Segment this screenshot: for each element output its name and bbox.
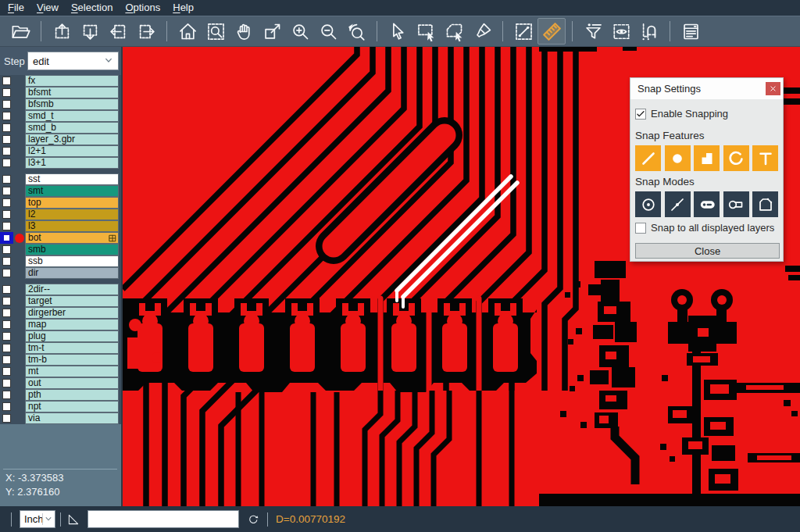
layer-row-plug[interactable]: plug bbox=[0, 330, 121, 342]
select-polygon-button[interactable] bbox=[440, 18, 468, 45]
layer-visibility-checkbox[interactable] bbox=[0, 244, 13, 255]
zoom-window-button[interactable] bbox=[202, 18, 230, 45]
layer-visibility-checkbox[interactable] bbox=[0, 377, 13, 389]
layer-visibility-checkbox[interactable] bbox=[0, 389, 13, 401]
mode-slot-outline-button[interactable] bbox=[723, 191, 749, 217]
layer-row-l3[interactable]: l3 bbox=[0, 220, 121, 232]
highlight-eye-button[interactable] bbox=[607, 18, 635, 45]
layer-row-smt[interactable]: smt bbox=[0, 185, 121, 197]
snap-magnet-button[interactable] bbox=[635, 18, 663, 45]
pan-down-button[interactable] bbox=[76, 18, 104, 45]
layer-visibility-checkbox[interactable] bbox=[0, 122, 13, 134]
menu-file[interactable]: File bbox=[2, 0, 30, 16]
snap-text-button[interactable] bbox=[752, 145, 778, 171]
layer-visibility-checkbox[interactable] bbox=[0, 330, 13, 342]
layer-row-bfsmb[interactable]: bfsmb bbox=[0, 98, 121, 110]
layer-row-mt[interactable]: mt bbox=[0, 366, 121, 377]
report-button[interactable] bbox=[677, 18, 705, 45]
mode-corner-button[interactable] bbox=[752, 191, 778, 217]
layer-visibility-checkbox[interactable] bbox=[0, 197, 13, 209]
layer-visibility-checkbox[interactable] bbox=[0, 98, 13, 110]
enable-snapping-checkbox[interactable] bbox=[635, 109, 646, 120]
snap-polygon-button[interactable] bbox=[694, 145, 720, 171]
layer-row-smb[interactable]: smb bbox=[0, 244, 121, 255]
filter-button[interactable] bbox=[579, 18, 607, 45]
layer-row-fx[interactable]: fx bbox=[0, 75, 121, 87]
snap-pad-button[interactable] bbox=[665, 145, 691, 171]
angle-mode-icon[interactable] bbox=[66, 512, 81, 527]
unit-dropdown[interactable]: Inch bbox=[20, 510, 55, 528]
layer-row-layer_3.gbr[interactable]: layer_3.gbr bbox=[0, 134, 121, 145]
pan-up-button[interactable] bbox=[48, 18, 76, 45]
snap-line-button[interactable] bbox=[635, 145, 661, 171]
layer-visibility-checkbox[interactable] bbox=[0, 232, 13, 244]
layer-visibility-checkbox[interactable] bbox=[0, 354, 13, 366]
zoom-in-button[interactable] bbox=[286, 18, 314, 45]
layer-row-tm-t[interactable]: tm-t bbox=[0, 342, 121, 354]
close-button[interactable]: Close bbox=[635, 243, 780, 259]
layer-row-pth[interactable]: pth bbox=[0, 389, 121, 401]
layer-visibility-checkbox[interactable] bbox=[0, 173, 13, 185]
zoom-out-button[interactable] bbox=[314, 18, 342, 45]
measure-ruler-button[interactable] bbox=[538, 18, 566, 45]
layer-row-ssb[interactable]: ssb bbox=[0, 255, 121, 267]
layer-visibility-checkbox[interactable] bbox=[0, 307, 13, 319]
layer-row-dir[interactable]: dir bbox=[0, 267, 121, 279]
layer-visibility-checkbox[interactable] bbox=[0, 145, 13, 157]
measure-line-button[interactable] bbox=[509, 18, 538, 45]
sync-icon[interactable] bbox=[245, 512, 261, 527]
mode-center-button[interactable] bbox=[635, 191, 661, 217]
menu-view[interactable]: View bbox=[30, 0, 65, 16]
layer-row-dirgerber[interactable]: dirgerber bbox=[0, 307, 121, 319]
layer-row-via[interactable]: via bbox=[0, 412, 121, 424]
zoom-selection-button[interactable] bbox=[258, 18, 286, 45]
menu-options[interactable]: Options bbox=[119, 0, 166, 16]
dialog-title-bar[interactable]: Snap Settings bbox=[630, 78, 783, 99]
mode-slot-filled-button[interactable] bbox=[694, 191, 720, 217]
mode-midpoint-button[interactable] bbox=[665, 191, 691, 217]
layer-visibility-checkbox[interactable] bbox=[0, 134, 13, 145]
layer-visibility-checkbox[interactable] bbox=[0, 185, 13, 197]
layer-visibility-checkbox[interactable] bbox=[0, 366, 13, 377]
layer-row-sst[interactable]: sst bbox=[0, 173, 121, 185]
layer-visibility-checkbox[interactable] bbox=[0, 401, 13, 412]
layer-row-l2+1[interactable]: l2+1 bbox=[0, 145, 121, 157]
layer-visibility-checkbox[interactable] bbox=[0, 157, 13, 169]
pan-right-button[interactable] bbox=[132, 18, 160, 45]
layer-visibility-checkbox[interactable] bbox=[0, 220, 13, 232]
layer-row-l2[interactable]: l2 bbox=[0, 209, 121, 220]
layer-row-map[interactable]: map bbox=[0, 319, 121, 330]
layer-visibility-checkbox[interactable] bbox=[0, 255, 13, 267]
snap-arc-button[interactable] bbox=[723, 145, 749, 171]
all-layers-checkbox[interactable] bbox=[635, 223, 646, 234]
layer-visibility-checkbox[interactable] bbox=[0, 295, 13, 307]
pan-hand-button[interactable] bbox=[230, 18, 258, 45]
layer-row-npt[interactable]: npt bbox=[0, 401, 121, 412]
layer-row-smd_t[interactable]: smd_t bbox=[0, 110, 121, 122]
menu-help[interactable]: Help bbox=[166, 0, 200, 16]
layer-row-target[interactable]: target bbox=[0, 295, 121, 307]
menu-selection[interactable]: Selection bbox=[65, 0, 119, 16]
layer-visibility-checkbox[interactable] bbox=[0, 412, 13, 424]
layer-row-bfsmt[interactable]: bfsmt bbox=[0, 87, 121, 98]
layer-visibility-checkbox[interactable] bbox=[0, 284, 13, 295]
select-cursor-button[interactable] bbox=[384, 18, 412, 45]
layer-row-2dir--[interactable]: 2dir-- bbox=[0, 284, 121, 295]
layer-row-bot[interactable]: bot bbox=[0, 232, 121, 244]
layer-visibility-checkbox[interactable] bbox=[0, 110, 13, 122]
layer-row-l3+1[interactable]: l3+1 bbox=[0, 157, 121, 169]
clear-selection-button[interactable] bbox=[468, 18, 496, 45]
layer-row-top[interactable]: top bbox=[0, 197, 121, 209]
open-folder-button[interactable] bbox=[6, 18, 34, 45]
dialog-close-button[interactable] bbox=[766, 82, 780, 95]
step-dropdown[interactable]: edit bbox=[27, 52, 119, 70]
layer-visibility-checkbox[interactable] bbox=[0, 75, 13, 87]
select-window-button[interactable] bbox=[412, 18, 440, 45]
command-input[interactable] bbox=[88, 510, 239, 528]
layer-visibility-checkbox[interactable] bbox=[0, 209, 13, 220]
pan-left-button[interactable] bbox=[104, 18, 132, 45]
layer-row-out[interactable]: out bbox=[0, 377, 121, 389]
layer-visibility-checkbox[interactable] bbox=[0, 87, 13, 98]
zoom-home-button[interactable] bbox=[173, 18, 202, 45]
zoom-previous-button[interactable] bbox=[342, 18, 370, 45]
